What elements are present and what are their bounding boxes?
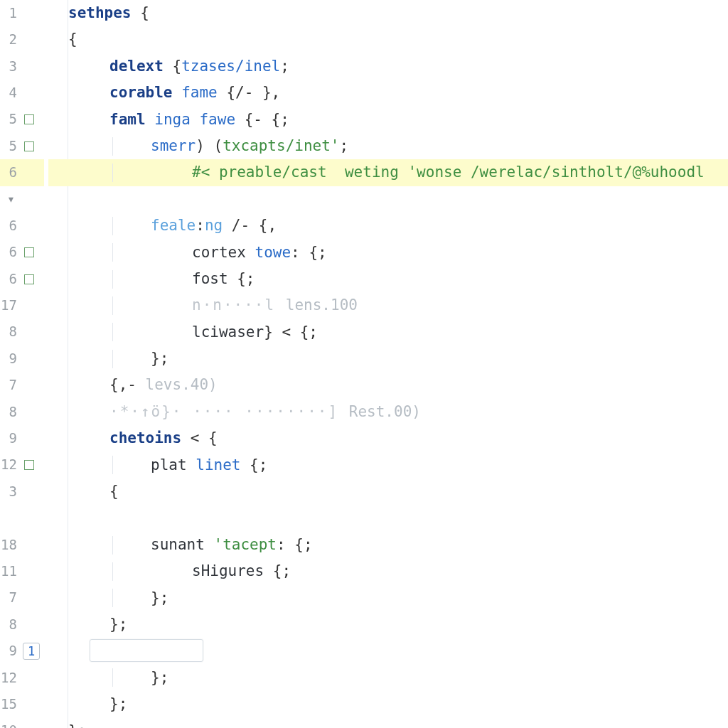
gutter-badge[interactable]: 1 [23,643,40,660]
hint-popup[interactable] [90,639,203,662]
code-line[interactable]: }; [48,718,728,728]
code-line[interactable]: plat linet {; [48,452,728,478]
code-token: sunant [151,532,205,558]
code-line[interactable]: { [48,26,728,53]
code-token: fost [192,266,228,292]
code-line[interactable]: cortex towe: {; [48,240,728,266]
code-line[interactable]: sunant 'tacept: {; [48,532,728,558]
line-number: 2 [0,28,18,52]
line-number: 9 [0,427,18,451]
gutter-line[interactable]: 1 [0,0,44,26]
gutter-line[interactable]: 10 [0,718,44,728]
code-token: }; [151,346,168,372]
code-line[interactable]: }; [48,346,728,372]
code-line[interactable]: sethpes { [48,0,728,26]
code-line[interactable] [48,505,728,531]
fold-marker-icon[interactable] [24,141,34,151]
code-line[interactable]: }; [48,691,728,717]
gutter-line[interactable]: 3 [0,478,44,505]
code-line[interactable]: chetoins < { [48,425,728,451]
gutter-line[interactable]: 18 [0,532,44,558]
gutter-line[interactable]: 12 [0,452,44,478]
gutter-line[interactable]: 4 [0,80,44,106]
code-editor[interactable]: 1234556▾66617897891231811789112151015 se… [0,0,728,728]
gutter-line[interactable]: 6 [0,266,44,292]
gutter-line[interactable]: 8 [0,319,44,346]
fold-marker-icon[interactable] [24,460,34,470]
code-token: { [109,478,119,505]
code-token: { [132,0,149,26]
code-token: : {; [277,532,313,558]
code-token: sethpes [68,0,132,26]
gutter-line[interactable]: 6 [0,159,44,186]
line-number: 6 [0,267,18,291]
gutter-line[interactable] [0,505,44,531]
code-token: ) ( [196,133,223,159]
gutter-line[interactable]: 5 [0,133,44,159]
gutter-line[interactable]: 7 [0,372,44,398]
gutter-line[interactable]: 8 [0,611,44,638]
code-token: }; [109,691,127,717]
fold-marker-icon[interactable] [24,114,34,124]
code-line[interactable]: }; [48,611,728,638]
code-line[interactable]: {,- levs.40) [48,372,728,398]
gutter-line[interactable]: 6 [0,213,44,239]
gutter-line[interactable]: 15 [0,691,44,717]
code-token: inga [154,107,191,133]
code-token: } < {; [264,319,318,346]
gutter-line[interactable]: 3 [0,53,44,80]
line-number: 6 [0,214,18,238]
gutter-line[interactable]: 8 [0,399,44,425]
code-line[interactable]: fost {; [48,266,728,292]
code-line[interactable]: smerr) (txcapts/inet'; [48,133,728,159]
code-line[interactable] [48,186,728,213]
code-token: lciwaser [192,319,264,346]
line-number: 5 [0,107,18,132]
gutter-line[interactable]: 7 [0,585,44,611]
gutter-line[interactable]: 17 [0,292,44,318]
code-line[interactable]: { [48,478,728,505]
indent-guide [112,562,113,581]
code-token: weting 'wonse /werelac/sintholt/@%uhoodl [345,159,705,186]
indent-guide [112,668,113,687]
indent-guide [112,270,113,289]
code-line[interactable]: delext {tzases/inel; [48,53,728,80]
gutter-line[interactable]: 5 [0,107,44,133]
gutter-line[interactable]: 9 [0,346,44,372]
line-number: 4 [0,81,18,105]
code-line[interactable]: feale:ng /- {, [48,213,728,239]
code-token: txcapts/inet' [223,133,339,159]
code-line[interactable]: n·n····l lens.100 [48,292,728,318]
code-token: linet [196,452,240,478]
code-line[interactable]: faml inga fawe {- {; [48,107,728,133]
gutter[interactable]: 1234556▾66617897891231811789112151015 [0,0,44,728]
chevron-down-icon[interactable]: ▾ [7,188,15,210]
code-line[interactable]: }; [48,665,728,691]
code-token: < { [181,425,218,451]
gutter-line[interactable]: 6 [0,240,44,266]
code-line[interactable]: }; [48,585,728,611]
code-area[interactable]: sethpes {{delext {tzases/inel;corable fa… [44,0,728,728]
fold-marker-icon[interactable] [24,247,34,257]
gutter-line[interactable]: ▾ [0,186,44,213]
gutter-line[interactable]: 12 [0,665,44,691]
line-number: 12 [0,453,18,477]
code-token: }; [151,585,168,611]
gutter-line[interactable]: 91 [0,638,44,664]
code-line[interactable]: #< preable/cast weting 'wonse /werelac/s… [48,159,728,186]
code-line[interactable]: lciwaser} < {; [48,319,728,346]
code-token: towe [255,240,291,266]
code-token: preable/cast [219,159,327,186]
fold-marker-icon[interactable] [24,274,34,284]
line-number: 9 [0,347,18,371]
gutter-line[interactable]: 11 [0,558,44,584]
gutter-line[interactable]: 2 [0,26,44,53]
indent-guide [112,536,113,555]
code-line[interactable]: ; [48,638,728,664]
code-line[interactable]: corable fame {/- }, [48,80,728,106]
indent-guide [112,323,113,341]
code-line[interactable]: sHigures {; [48,558,728,584]
code-line[interactable]: ·*·↑ö}· ···· ········] Rest.00) [48,399,728,425]
gutter-line[interactable]: 9 [0,425,44,451]
code-token: feale [151,213,196,239]
